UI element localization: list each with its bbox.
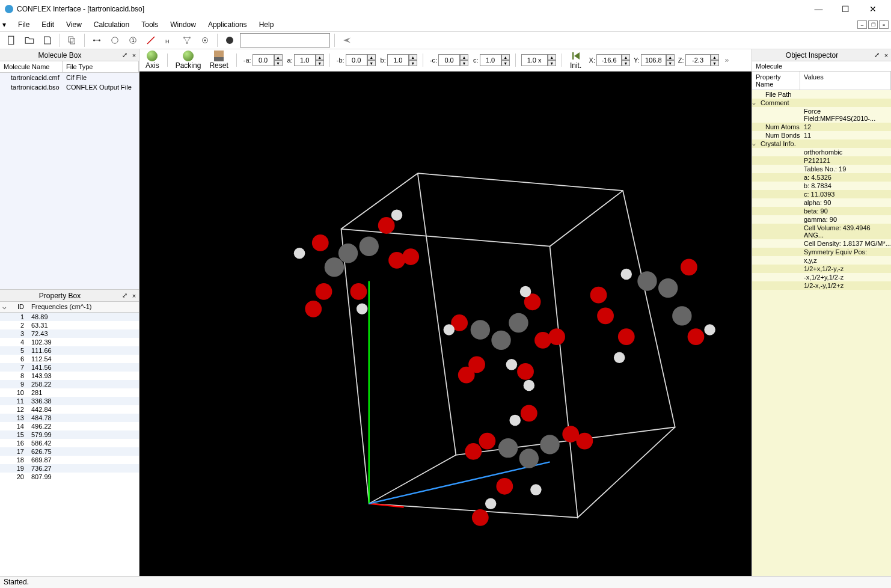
menu-applications[interactable]: Applications bbox=[202, 19, 253, 31]
property-row[interactable]: 8143.93 bbox=[0, 372, 139, 380]
molecule-viewport[interactable] bbox=[139, 72, 752, 576]
inspector-pin-icon[interactable]: ⤢ bbox=[872, 51, 881, 59]
range-spinner[interactable]: c:▲▼ bbox=[472, 54, 510, 66]
inspector-body[interactable]: File PathCommentForce Field:MMFF94S(2010… bbox=[752, 90, 891, 576]
spinner-up-icon[interactable]: ▲ bbox=[666, 54, 675, 60]
rotation-spinner[interactable]: Y:▲▼ bbox=[632, 54, 675, 66]
reset-button[interactable]: Reset bbox=[207, 51, 230, 70]
inspector-header-property[interactable]: Property Name bbox=[752, 72, 800, 90]
spinner-up-icon[interactable]: ▲ bbox=[316, 54, 324, 60]
copy-icon[interactable] bbox=[64, 32, 80, 48]
inspector-row[interactable]: x,y,z bbox=[752, 256, 891, 265]
toolbar-overflow-icon[interactable]: » bbox=[725, 56, 729, 64]
molecule-box-close-icon[interactable]: × bbox=[129, 52, 139, 59]
spinner-up-icon[interactable]: ▲ bbox=[460, 54, 468, 60]
molecule-row[interactable]: tartronicacid.cmfCif File bbox=[0, 73, 139, 82]
range-spinner[interactable]: -c:▲▼ bbox=[429, 54, 468, 66]
molecule-box-pin-icon[interactable]: ⤢ bbox=[120, 51, 129, 59]
spinner-up-icon[interactable]: ▲ bbox=[367, 54, 376, 60]
spinner-down-icon[interactable]: ▼ bbox=[409, 60, 417, 66]
rotation-input[interactable] bbox=[685, 54, 711, 66]
menu-dropdown-icon[interactable]: ▾ bbox=[2, 20, 10, 29]
inspector-header-values[interactable]: Values bbox=[800, 72, 891, 90]
property-row[interactable]: 148.89 bbox=[0, 313, 139, 321]
inspector-row[interactable]: Symmetry Equiv Pos: bbox=[752, 248, 891, 256]
spinner-down-icon[interactable]: ▼ bbox=[501, 60, 510, 66]
spinner-down-icon[interactable]: ▼ bbox=[316, 60, 324, 66]
init-button[interactable]: Init. bbox=[568, 51, 584, 70]
search-input[interactable] bbox=[240, 33, 330, 47]
property-row[interactable]: 372.43 bbox=[0, 329, 139, 338]
range-input[interactable] bbox=[253, 54, 274, 66]
globe-icon[interactable] bbox=[222, 32, 237, 48]
inspector-row[interactable]: beta: 90 bbox=[752, 207, 891, 215]
menu-tools[interactable]: Tools bbox=[135, 19, 164, 31]
inspector-row[interactable]: Force Field:MMFF94S(2010-... bbox=[752, 107, 891, 123]
rotation-input[interactable] bbox=[596, 54, 622, 66]
range-input[interactable] bbox=[346, 54, 367, 66]
spinner-up-icon[interactable]: ▲ bbox=[548, 54, 556, 60]
property-row[interactable]: 15579.99 bbox=[0, 430, 139, 439]
inspector-close-icon[interactable]: × bbox=[881, 52, 891, 59]
property-box-pin-icon[interactable]: ⤢ bbox=[120, 292, 129, 299]
spinner-down-icon[interactable]: ▼ bbox=[460, 60, 468, 66]
range-spinner[interactable]: a:▲▼ bbox=[286, 54, 324, 66]
inspector-row[interactable]: Comment bbox=[752, 99, 891, 107]
property-row[interactable]: 11336.38 bbox=[0, 397, 139, 405]
zoom-spinner[interactable]: ▲▼ bbox=[521, 54, 556, 66]
property-row[interactable]: 18669.87 bbox=[0, 456, 139, 464]
new-file-icon[interactable] bbox=[4, 32, 19, 48]
spinner-down-icon[interactable]: ▼ bbox=[666, 60, 675, 66]
menu-view[interactable]: View bbox=[60, 19, 88, 31]
mdi-minimize-button[interactable]: – bbox=[857, 20, 867, 29]
property-box-expand-icon[interactable]: ⌵ bbox=[0, 302, 8, 312]
open-file-icon[interactable] bbox=[22, 32, 37, 48]
property-row[interactable]: 20807.99 bbox=[0, 473, 139, 481]
property-row[interactable]: 6112.54 bbox=[0, 355, 139, 363]
property-row[interactable]: 10281 bbox=[0, 388, 139, 397]
spinner-down-icon[interactable]: ▼ bbox=[622, 60, 630, 66]
property-box-header-id[interactable]: ID bbox=[8, 302, 26, 312]
molecule-style-1-icon[interactable] bbox=[89, 32, 105, 48]
spinner-up-icon[interactable]: ▲ bbox=[274, 54, 283, 60]
inspector-row[interactable]: Crystal Info. bbox=[752, 139, 891, 148]
maximize-button[interactable]: ☐ bbox=[832, 0, 859, 18]
close-button[interactable]: ✕ bbox=[859, 0, 886, 18]
inspector-row[interactable]: Num Atoms12 bbox=[752, 123, 891, 131]
hydrogen-tool-icon[interactable]: H bbox=[161, 32, 177, 48]
property-box-close-icon[interactable]: × bbox=[129, 292, 139, 299]
menu-window[interactable]: Window bbox=[164, 19, 202, 31]
bond-tool-icon[interactable] bbox=[143, 32, 159, 48]
inspector-row[interactable]: 1/2-x,-y,1/2+z bbox=[752, 281, 891, 290]
spinner-down-icon[interactable]: ▼ bbox=[711, 60, 719, 66]
molecule-box-header-type[interactable]: File Type bbox=[63, 61, 139, 72]
menu-help[interactable]: Help bbox=[253, 19, 280, 31]
inspector-row[interactable]: -x,1/2+y,1/2-z bbox=[752, 273, 891, 281]
rotation-spinner[interactable]: X:▲▼ bbox=[588, 54, 630, 66]
range-input[interactable] bbox=[387, 54, 409, 66]
inspector-tab[interactable]: Molecule bbox=[752, 61, 891, 72]
inspector-row[interactable]: P212121 bbox=[752, 156, 891, 165]
axis-button[interactable]: Axis bbox=[143, 51, 162, 70]
inspector-row[interactable]: a: 4.5326 bbox=[752, 173, 891, 182]
spinner-up-icon[interactable]: ▲ bbox=[501, 54, 510, 60]
inspector-row[interactable]: Cell Volume: 439.4946 ANG... bbox=[752, 224, 891, 239]
packing-button[interactable]: Packing bbox=[173, 51, 204, 70]
molecule-row[interactable]: tartronicacid.bsoCONFLEX Output File bbox=[0, 82, 139, 92]
property-row[interactable]: 7141.56 bbox=[0, 363, 139, 372]
mdi-restore-button[interactable]: ❐ bbox=[868, 20, 878, 29]
property-row[interactable]: 19736.27 bbox=[0, 464, 139, 473]
inspector-row[interactable]: Num Bonds11 bbox=[752, 131, 891, 139]
save-file-icon[interactable] bbox=[40, 32, 55, 48]
structure-tool-icon[interactable] bbox=[179, 32, 195, 48]
inspector-row[interactable]: orthorhombic bbox=[752, 148, 891, 156]
menu-file[interactable]: File bbox=[12, 19, 35, 31]
inspector-row[interactable]: Tables No.: 19 bbox=[752, 165, 891, 173]
rotation-input[interactable] bbox=[641, 54, 666, 66]
molecule-box-body[interactable]: tartronicacid.cmfCif Filetartronicacid.b… bbox=[0, 73, 139, 289]
property-row[interactable]: 17626.75 bbox=[0, 447, 139, 456]
range-spinner[interactable]: -b:▲▼ bbox=[335, 54, 376, 66]
inspector-row[interactable]: alpha: 90 bbox=[752, 198, 891, 207]
property-row[interactable]: 14496.22 bbox=[0, 422, 139, 430]
range-input[interactable] bbox=[480, 54, 501, 66]
